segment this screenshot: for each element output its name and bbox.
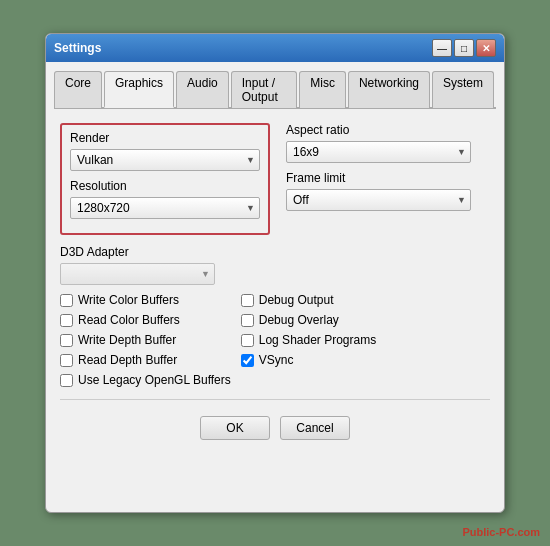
cancel-button[interactable]: Cancel [280,416,350,440]
resolution-dropdown[interactable]: 1280x720 1920x1080 2560x1440 [70,197,260,219]
resolution-dropdown-wrap: 1280x720 1920x1080 2560x1440 [70,197,260,219]
read-color-buffers-label: Read Color Buffers [78,313,180,327]
d3d-adapter-dropdown[interactable] [60,263,215,285]
settings-window: Settings — □ ✕ Core Graphics Audio Input… [45,33,505,513]
checkboxes-section: Write Color Buffers Read Color Buffers W… [60,293,490,387]
debug-output-label: Debug Output [259,293,334,307]
debug-overlay-label: Debug Overlay [259,313,339,327]
render-label: Render [70,131,260,145]
render-field-group: Render Vulkan OpenGL DirectX [70,131,260,171]
frame-limit-dropdown-wrap: Off 30 60 120 [286,189,471,211]
graphics-settings: Render Vulkan OpenGL DirectX Resolution [54,119,496,454]
vsync-item[interactable]: VSync [241,353,376,367]
tab-system[interactable]: System [432,71,494,108]
ok-button[interactable]: OK [200,416,270,440]
use-legacy-opengl-item[interactable]: Use Legacy OpenGL Buffers [60,373,231,387]
frame-limit-dropdown[interactable]: Off 30 60 120 [286,189,471,211]
write-color-buffers-label: Write Color Buffers [78,293,179,307]
write-depth-buffer-label: Write Depth Buffer [78,333,176,347]
write-depth-buffer-checkbox[interactable] [60,334,73,347]
top-settings-row: Render Vulkan OpenGL DirectX Resolution [60,123,490,245]
watermark: Public-PC.com [462,526,540,538]
checkboxes-right-col: Debug Output Debug Overlay Log Shader Pr… [241,293,376,387]
vsync-label: VSync [259,353,294,367]
d3d-adapter-dropdown-wrap [60,263,215,285]
use-legacy-opengl-checkbox[interactable] [60,374,73,387]
checkboxes-left-col: Write Color Buffers Read Color Buffers W… [60,293,231,387]
tab-input-output[interactable]: Input / Output [231,71,298,108]
write-color-buffers-checkbox[interactable] [60,294,73,307]
tab-audio[interactable]: Audio [176,71,229,108]
window-title: Settings [54,41,101,55]
debug-overlay-checkbox[interactable] [241,314,254,327]
aspect-ratio-field-group: Aspect ratio 16x9 4x3 21x9 [286,123,471,163]
debug-overlay-item[interactable]: Debug Overlay [241,313,376,327]
tab-core[interactable]: Core [54,71,102,108]
resolution-label: Resolution [70,179,260,193]
minimize-button[interactable]: — [432,39,452,57]
tab-graphics[interactable]: Graphics [104,71,174,108]
debug-output-checkbox[interactable] [241,294,254,307]
d3d-adapter-section: D3D Adapter [60,245,490,285]
log-shader-checkbox[interactable] [241,334,254,347]
aspect-ratio-label: Aspect ratio [286,123,471,137]
tab-misc[interactable]: Misc [299,71,346,108]
read-depth-buffer-checkbox[interactable] [60,354,73,367]
dialog-buttons: OK Cancel [60,399,490,450]
read-depth-buffer-item[interactable]: Read Depth Buffer [60,353,231,367]
read-depth-buffer-label: Read Depth Buffer [78,353,177,367]
write-depth-buffer-item[interactable]: Write Depth Buffer [60,333,231,347]
write-color-buffers-item[interactable]: Write Color Buffers [60,293,231,307]
close-button[interactable]: ✕ [476,39,496,57]
read-color-buffers-checkbox[interactable] [60,314,73,327]
resolution-field-group: Resolution 1280x720 1920x1080 2560x1440 [70,179,260,219]
maximize-button[interactable]: □ [454,39,474,57]
debug-output-item[interactable]: Debug Output [241,293,376,307]
aspect-framelimit-group: Aspect ratio 16x9 4x3 21x9 Frame limit [286,123,471,219]
window-content: Core Graphics Audio Input / Output Misc … [46,62,504,462]
render-dropdown[interactable]: Vulkan OpenGL DirectX [70,149,260,171]
render-dropdown-wrap: Vulkan OpenGL DirectX [70,149,260,171]
vsync-checkbox[interactable] [241,354,254,367]
d3d-adapter-label: D3D Adapter [60,245,490,259]
aspect-ratio-dropdown-wrap: 16x9 4x3 21x9 [286,141,471,163]
tab-bar: Core Graphics Audio Input / Output Misc … [54,70,496,109]
tab-networking[interactable]: Networking [348,71,430,108]
title-bar: Settings — □ ✕ [46,34,504,62]
frame-limit-label: Frame limit [286,171,471,185]
read-color-buffers-item[interactable]: Read Color Buffers [60,313,231,327]
frame-limit-field-group: Frame limit Off 30 60 120 [286,171,471,211]
use-legacy-opengl-label: Use Legacy OpenGL Buffers [78,373,231,387]
log-shader-item[interactable]: Log Shader Programs [241,333,376,347]
window-controls: — □ ✕ [432,39,496,57]
log-shader-label: Log Shader Programs [259,333,376,347]
aspect-ratio-dropdown[interactable]: 16x9 4x3 21x9 [286,141,471,163]
render-resolution-group: Render Vulkan OpenGL DirectX Resolution [60,123,270,235]
